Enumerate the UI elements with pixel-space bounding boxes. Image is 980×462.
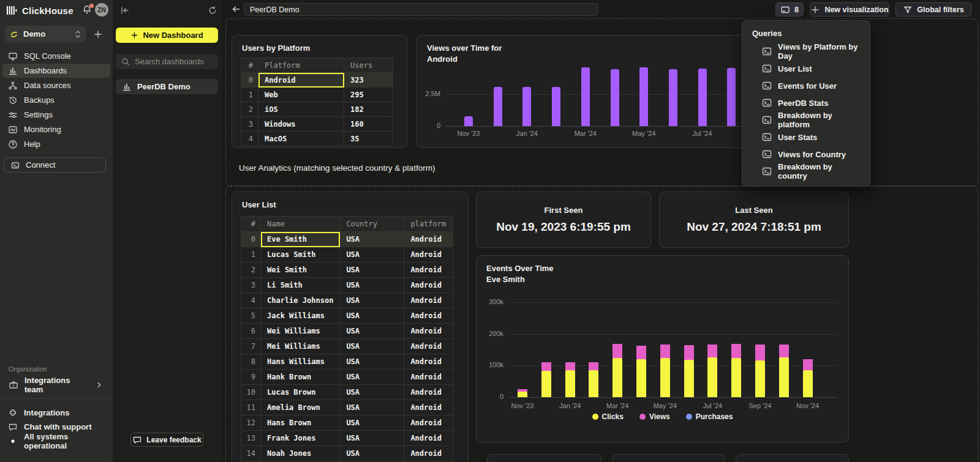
query-item-views-by-platform-by-day[interactable]: Views by Platform by Day bbox=[742, 43, 870, 60]
bar-jun-24-clicks[interactable] bbox=[684, 360, 694, 397]
sidebar-item-data-sources[interactable]: Data sources bbox=[2, 78, 110, 92]
cell[interactable]: USA bbox=[340, 385, 404, 400]
cell[interactable]: 8 bbox=[241, 354, 261, 370]
cell[interactable]: 0 bbox=[241, 232, 261, 247]
cell[interactable]: Android bbox=[404, 293, 453, 308]
cell[interactable]: Web bbox=[258, 88, 344, 102]
bar-jan-24[interactable] bbox=[522, 87, 531, 127]
cell[interactable]: Android bbox=[404, 354, 453, 370]
cell[interactable]: 3 bbox=[241, 117, 258, 132]
cell[interactable]: Wei Smith bbox=[261, 263, 340, 278]
cell[interactable]: USA bbox=[340, 431, 404, 446]
cell[interactable]: Android bbox=[404, 278, 453, 293]
cell[interactable]: USA bbox=[340, 354, 404, 370]
sidebar-item-sql-console[interactable]: SQL Console bbox=[2, 49, 110, 63]
bar-feb-24[interactable] bbox=[552, 87, 560, 127]
cell[interactable]: Windows bbox=[258, 117, 344, 132]
cell[interactable]: Mei Williams bbox=[261, 339, 340, 354]
leave-feedback-button[interactable]: Leave feedback bbox=[130, 433, 203, 447]
bar-jul-24-clicks[interactable] bbox=[707, 357, 717, 397]
clickhouse-logo[interactable]: ClickHouse bbox=[6, 3, 74, 18]
cell[interactable]: MacOS bbox=[258, 132, 344, 146]
query-item-events-for-user[interactable]: Events for User bbox=[742, 77, 870, 94]
cell[interactable]: USA bbox=[340, 308, 404, 324]
cell[interactable]: USA bbox=[340, 232, 404, 247]
new-dashboard-button[interactable]: New Dashboard bbox=[116, 28, 218, 43]
bar-apr-24-clicks[interactable] bbox=[636, 359, 646, 397]
cell[interactable]: 323 bbox=[344, 73, 393, 88]
cell[interactable]: 3 bbox=[241, 278, 261, 293]
cell[interactable]: Jack Williams bbox=[261, 308, 340, 324]
legend-purchases[interactable]: Purchases bbox=[686, 412, 733, 421]
cell[interactable]: Android bbox=[404, 308, 453, 324]
bar-aug-24-clicks[interactable] bbox=[731, 358, 741, 397]
sidebar-item-help[interactable]: Help bbox=[2, 137, 110, 151]
cell[interactable]: Android bbox=[404, 431, 453, 446]
bar-feb-24-clicks[interactable] bbox=[589, 370, 598, 397]
cell[interactable]: USA bbox=[340, 247, 404, 263]
query-item-user-stats[interactable]: User Stats bbox=[742, 129, 870, 146]
cell[interactable]: 1 bbox=[241, 88, 258, 102]
global-filters-button[interactable]: Global filters bbox=[895, 2, 971, 17]
cell[interactable]: Android bbox=[258, 73, 344, 88]
cell[interactable]: USA bbox=[340, 400, 404, 415]
query-item-breakdown-by-platform[interactable]: Breakdown by platform bbox=[742, 111, 870, 129]
cell[interactable]: Android bbox=[404, 370, 453, 385]
cell[interactable]: 295 bbox=[344, 88, 393, 102]
cell[interactable]: Wei Williams bbox=[261, 324, 340, 339]
cell[interactable]: Hans Williams bbox=[261, 354, 340, 370]
cell[interactable]: USA bbox=[340, 324, 404, 339]
cell[interactable]: 6 bbox=[241, 324, 261, 339]
cell[interactable]: 160 bbox=[344, 117, 393, 132]
cell[interactable]: USA bbox=[340, 415, 404, 431]
cell[interactable]: Amelia Brown bbox=[261, 400, 340, 415]
cell[interactable]: Android bbox=[404, 400, 453, 415]
sidebar-item-integrations-team[interactable]: Integrations team bbox=[2, 378, 110, 392]
cell[interactable]: 14 bbox=[241, 446, 261, 461]
add-service-button[interactable] bbox=[93, 29, 103, 39]
query-item-views-for-country[interactable]: Views for Country bbox=[742, 146, 870, 163]
connect-button[interactable]: Connect bbox=[4, 157, 106, 173]
cell[interactable]: Android bbox=[404, 324, 453, 339]
legend-views[interactable]: Views bbox=[639, 412, 670, 421]
cell[interactable]: Android bbox=[404, 232, 453, 247]
cell[interactable]: Android bbox=[404, 385, 453, 400]
bar-nov-23-clicks[interactable] bbox=[518, 392, 527, 397]
bar-dec-23[interactable] bbox=[494, 87, 502, 127]
legend-clicks[interactable]: Clicks bbox=[592, 412, 624, 421]
cell[interactable]: 35 bbox=[344, 132, 393, 146]
cell[interactable]: iOS bbox=[258, 102, 344, 117]
bar-jun-24[interactable] bbox=[669, 69, 677, 126]
dashboard-title-input[interactable] bbox=[244, 3, 598, 16]
cell[interactable]: USA bbox=[340, 293, 404, 308]
cell[interactable]: 4 bbox=[241, 132, 258, 146]
workspace-selector[interactable]: Demo bbox=[5, 26, 86, 42]
query-item-peerdb-stats[interactable]: PeerDB Stats bbox=[742, 94, 870, 111]
query-item-user-list[interactable]: User List bbox=[742, 60, 870, 77]
cell[interactable]: Charlie Johnson bbox=[261, 293, 340, 308]
sidebar-item-monitoring[interactable]: Monitoring bbox=[2, 122, 110, 136]
cell[interactable]: 5 bbox=[241, 308, 261, 324]
search-input[interactable] bbox=[135, 57, 208, 66]
sidebar-item-settings[interactable]: Settings bbox=[2, 108, 110, 122]
notifications-button[interactable] bbox=[82, 5, 93, 16]
cell[interactable]: Android bbox=[404, 263, 453, 278]
cell[interactable]: Noah Jones bbox=[261, 446, 340, 461]
bar-sep-24-clicks[interactable] bbox=[755, 360, 765, 398]
cell[interactable]: Lucas Brown bbox=[261, 385, 340, 400]
cell[interactable]: Li Smith bbox=[261, 278, 340, 293]
cell[interactable]: USA bbox=[340, 278, 404, 293]
cell[interactable]: 182 bbox=[344, 102, 393, 117]
cell[interactable]: 9 bbox=[241, 370, 261, 385]
cell[interactable]: 2 bbox=[241, 263, 261, 278]
bar-mar-24[interactable] bbox=[581, 67, 590, 126]
cell[interactable]: Android bbox=[404, 247, 453, 263]
cell[interactable]: USA bbox=[340, 263, 404, 278]
sidebar-item-all-systems-operational[interactable]: All systems operational bbox=[2, 434, 110, 448]
cell[interactable]: Hank Brown bbox=[261, 370, 340, 385]
cell[interactable]: 12 bbox=[241, 415, 261, 431]
cell[interactable]: Android bbox=[404, 339, 453, 354]
cell[interactable]: 2 bbox=[241, 102, 258, 117]
cell[interactable]: USA bbox=[340, 446, 404, 461]
cell[interactable]: 1 bbox=[241, 247, 261, 263]
